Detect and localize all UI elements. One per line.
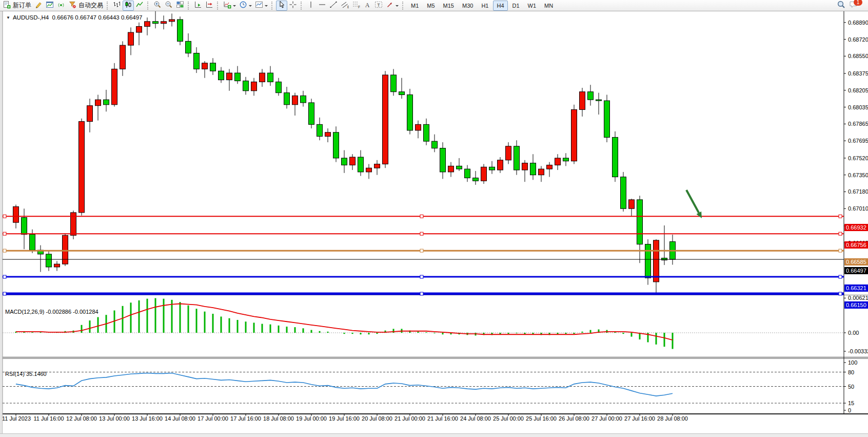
trendline-icon <box>329 1 338 11</box>
text-button[interactable]: A <box>362 1 373 11</box>
tab-timeframe-W1[interactable]: W1 <box>524 1 540 11</box>
zoom-in-button[interactable] <box>152 1 163 11</box>
chevron-down-icon <box>396 5 399 8</box>
crosshair-button[interactable] <box>287 1 299 11</box>
svg-text:0: 0 <box>848 407 851 413</box>
notifications-button[interactable]: 1 <box>847 1 860 11</box>
tab-timeframe-M15[interactable]: M15 <box>440 1 458 11</box>
channel-icon: E <box>341 1 349 11</box>
price-line-badge: 0.66497 <box>844 267 868 274</box>
svg-text:0.006216: 0.006216 <box>848 295 868 301</box>
equidistant-channel-button[interactable]: E <box>339 1 350 11</box>
svg-text:F: F <box>358 5 360 9</box>
tab-timeframe-M5[interactable]: M5 <box>423 1 438 11</box>
svg-text:E: E <box>347 5 349 9</box>
svg-text:24 Jul 08:00: 24 Jul 08:00 <box>460 415 491 422</box>
svg-text:-0.00332: -0.00332 <box>848 348 868 354</box>
trendline-button[interactable] <box>328 1 339 11</box>
signals-button[interactable] <box>55 1 67 11</box>
svg-text:14 Jul 08:00: 14 Jul 08:00 <box>165 415 195 422</box>
template-chart-icon <box>255 1 263 11</box>
metaeditor-button[interactable] <box>33 1 44 11</box>
tab-timeframe-MN[interactable]: MN <box>541 1 557 11</box>
main-toolbar: 新订单 自动交易 <box>0 0 868 11</box>
chevron-down-icon <box>233 5 236 8</box>
search-button[interactable] <box>835 1 847 11</box>
chart-window: 0.690600.688900.687200.685500.683750.682… <box>0 0 868 437</box>
arrows-tool-icon <box>386 1 394 11</box>
svg-text:100: 100 <box>848 359 857 366</box>
indicators-button[interactable] <box>222 1 238 11</box>
svg-text:28 Jul 08:00: 28 Jul 08:00 <box>657 415 688 422</box>
svg-text:17 Jul 00:00: 17 Jul 00:00 <box>198 415 228 422</box>
svg-text:11 Jul 2023: 11 Jul 2023 <box>2 415 31 422</box>
svg-text:15: 15 <box>848 400 854 406</box>
chart-line-button[interactable] <box>134 1 145 11</box>
autotrading-button[interactable]: 自动交易 <box>67 1 105 11</box>
text-tool-icon: A <box>363 1 371 11</box>
svg-text:A: A <box>365 1 370 8</box>
chevron-down-icon <box>249 5 252 8</box>
arrows-button[interactable] <box>384 1 400 11</box>
svg-text:80: 80 <box>848 369 854 375</box>
clock-icon <box>239 1 247 11</box>
indicators-icon <box>223 1 231 11</box>
horizontal-line-button[interactable] <box>317 1 328 11</box>
ohlc-values: 0.66676 0.66747 0.66443 0.66497 <box>52 14 143 21</box>
svg-text:11 Jul 16:00: 11 Jul 16:00 <box>33 415 64 422</box>
chart-window-icon <box>46 1 54 11</box>
timeframe-group: M1M5M15M30H1H4D1W1MN <box>407 1 557 11</box>
tab-timeframe-D1[interactable]: D1 <box>509 1 523 11</box>
svg-text:18 Jul 08:00: 18 Jul 08:00 <box>263 415 294 422</box>
bars-chart-icon <box>113 1 121 11</box>
svg-text:0.00: 0.00 <box>848 330 859 336</box>
price-line-badge: 0.66932 <box>844 224 868 231</box>
macd-pane: 0.0062160.00-0.00332 <box>3 295 868 354</box>
fibonacci-button[interactable]: F <box>350 1 362 11</box>
chart-bars-button[interactable] <box>111 1 123 11</box>
cursor-button[interactable] <box>276 1 287 11</box>
svg-text:20 Jul 08:00: 20 Jul 08:00 <box>362 415 392 422</box>
chart-candles-button[interactable] <box>123 1 134 11</box>
vertical-line-button[interactable] <box>305 1 317 11</box>
tile-windows-button[interactable] <box>174 1 186 11</box>
toolbar-grip <box>271 2 274 10</box>
svg-text:0.67010: 0.67010 <box>848 205 868 212</box>
price-line-badge: 0.66150 <box>844 301 868 309</box>
fibonacci-icon: F <box>352 1 360 11</box>
autotrading-label: 自动交易 <box>78 1 103 10</box>
tab-timeframe-H4[interactable]: H4 <box>493 1 507 11</box>
svg-text:13 Jul 16:00: 13 Jul 16:00 <box>132 415 163 422</box>
pane-borders <box>0 0 868 414</box>
chart-shift-icon <box>205 1 213 11</box>
svg-text:0.68035: 0.68035 <box>848 104 868 110</box>
svg-text:0.67520: 0.67520 <box>848 155 868 161</box>
zoom-out-button[interactable] <box>163 1 174 11</box>
tab-timeframe-M30[interactable]: M30 <box>459 1 477 11</box>
pencil-icon <box>34 1 43 11</box>
toolbar-grip <box>301 2 303 10</box>
svg-text:17 Jul 16:00: 17 Jul 16:00 <box>230 415 261 422</box>
tab-timeframe-H1[interactable]: H1 <box>478 1 492 11</box>
svg-text:0.68550: 0.68550 <box>848 53 868 59</box>
new-chart-button[interactable] <box>44 1 55 11</box>
text-label-button[interactable]: T <box>373 1 384 11</box>
chart-canvas[interactable]: 0.690600.688900.687200.685500.683750.682… <box>0 0 868 426</box>
autoscroll-button[interactable] <box>192 1 204 11</box>
svg-text:0.67865: 0.67865 <box>848 121 868 127</box>
signal-icon <box>57 1 65 11</box>
chart-shift-button[interactable] <box>204 1 215 11</box>
svg-text:0.68375: 0.68375 <box>848 70 868 77</box>
scrollbar-strip[interactable] <box>0 433 868 437</box>
templates-button[interactable] <box>253 1 269 11</box>
horizontal-line-icon <box>318 1 326 11</box>
periods-button[interactable] <box>238 1 253 11</box>
funnel-icon <box>68 1 76 11</box>
collapse-triangle-icon[interactable]: ▼ <box>6 15 10 20</box>
new-order-icon <box>3 1 11 11</box>
price-line-badge: 0.66756 <box>844 241 868 249</box>
svg-text:0.68890: 0.68890 <box>848 20 868 26</box>
svg-text:25 Jul 00:00: 25 Jul 00:00 <box>493 415 524 422</box>
new-order-button[interactable]: 新订单 <box>1 1 33 11</box>
tab-timeframe-M1[interactable]: M1 <box>407 1 422 11</box>
